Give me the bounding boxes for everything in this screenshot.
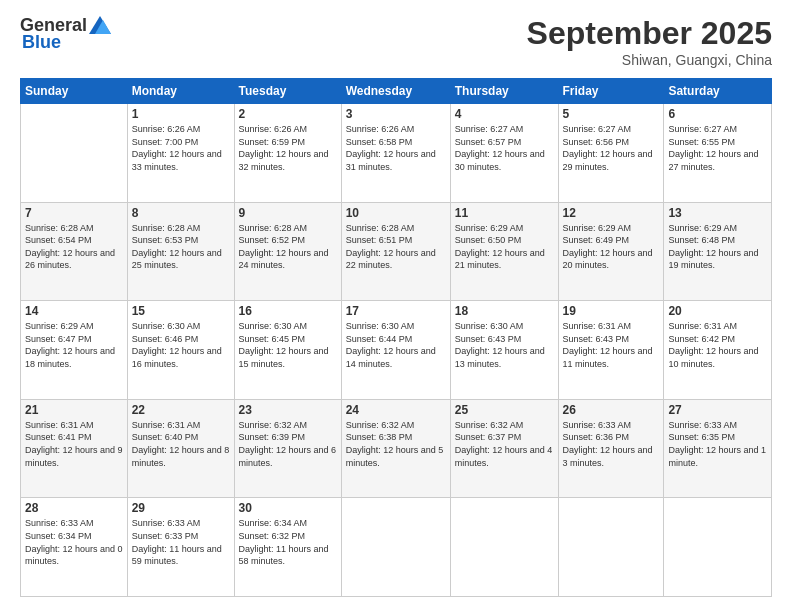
- location: Shiwan, Guangxi, China: [527, 52, 772, 68]
- day-number: 17: [346, 304, 446, 318]
- day-info: Sunrise: 6:30 AM Sunset: 6:45 PM Dayligh…: [239, 320, 337, 370]
- calendar-cell: 17Sunrise: 6:30 AM Sunset: 6:44 PM Dayli…: [341, 301, 450, 400]
- day-info: Sunrise: 6:31 AM Sunset: 6:42 PM Dayligh…: [668, 320, 767, 370]
- calendar-cell: 10Sunrise: 6:28 AM Sunset: 6:51 PM Dayli…: [341, 202, 450, 301]
- day-number: 15: [132, 304, 230, 318]
- day-info: Sunrise: 6:26 AM Sunset: 7:00 PM Dayligh…: [132, 123, 230, 173]
- calendar-cell: 11Sunrise: 6:29 AM Sunset: 6:50 PM Dayli…: [450, 202, 558, 301]
- calendar-cell: [21, 104, 128, 203]
- day-number: 1: [132, 107, 230, 121]
- calendar-week-row: 21Sunrise: 6:31 AM Sunset: 6:41 PM Dayli…: [21, 399, 772, 498]
- day-info: Sunrise: 6:30 AM Sunset: 6:46 PM Dayligh…: [132, 320, 230, 370]
- calendar: SundayMondayTuesdayWednesdayThursdayFrid…: [20, 78, 772, 597]
- calendar-cell: 2Sunrise: 6:26 AM Sunset: 6:59 PM Daylig…: [234, 104, 341, 203]
- day-info: Sunrise: 6:34 AM Sunset: 6:32 PM Dayligh…: [239, 517, 337, 567]
- day-number: 8: [132, 206, 230, 220]
- day-number: 11: [455, 206, 554, 220]
- day-info: Sunrise: 6:28 AM Sunset: 6:52 PM Dayligh…: [239, 222, 337, 272]
- weekday-header: Wednesday: [341, 79, 450, 104]
- day-info: Sunrise: 6:31 AM Sunset: 6:41 PM Dayligh…: [25, 419, 123, 469]
- month-title: September 2025: [527, 15, 772, 52]
- calendar-cell: 20Sunrise: 6:31 AM Sunset: 6:42 PM Dayli…: [664, 301, 772, 400]
- day-number: 22: [132, 403, 230, 417]
- calendar-cell: 3Sunrise: 6:26 AM Sunset: 6:58 PM Daylig…: [341, 104, 450, 203]
- day-info: Sunrise: 6:32 AM Sunset: 6:39 PM Dayligh…: [239, 419, 337, 469]
- calendar-cell: 22Sunrise: 6:31 AM Sunset: 6:40 PM Dayli…: [127, 399, 234, 498]
- calendar-cell: 25Sunrise: 6:32 AM Sunset: 6:37 PM Dayli…: [450, 399, 558, 498]
- day-number: 30: [239, 501, 337, 515]
- header: General Blue September 2025 Shiwan, Guan…: [20, 15, 772, 68]
- day-info: Sunrise: 6:27 AM Sunset: 6:56 PM Dayligh…: [563, 123, 660, 173]
- day-number: 24: [346, 403, 446, 417]
- day-info: Sunrise: 6:30 AM Sunset: 6:44 PM Dayligh…: [346, 320, 446, 370]
- day-number: 16: [239, 304, 337, 318]
- calendar-cell: 27Sunrise: 6:33 AM Sunset: 6:35 PM Dayli…: [664, 399, 772, 498]
- day-number: 13: [668, 206, 767, 220]
- day-info: Sunrise: 6:30 AM Sunset: 6:43 PM Dayligh…: [455, 320, 554, 370]
- day-info: Sunrise: 6:28 AM Sunset: 6:53 PM Dayligh…: [132, 222, 230, 272]
- calendar-cell: 29Sunrise: 6:33 AM Sunset: 6:33 PM Dayli…: [127, 498, 234, 597]
- day-info: Sunrise: 6:28 AM Sunset: 6:51 PM Dayligh…: [346, 222, 446, 272]
- day-number: 26: [563, 403, 660, 417]
- calendar-header-row: SundayMondayTuesdayWednesdayThursdayFrid…: [21, 79, 772, 104]
- page: General Blue September 2025 Shiwan, Guan…: [0, 0, 792, 612]
- day-number: 19: [563, 304, 660, 318]
- logo-icon: [89, 16, 111, 34]
- title-section: September 2025 Shiwan, Guangxi, China: [527, 15, 772, 68]
- day-info: Sunrise: 6:32 AM Sunset: 6:37 PM Dayligh…: [455, 419, 554, 469]
- calendar-cell: 24Sunrise: 6:32 AM Sunset: 6:38 PM Dayli…: [341, 399, 450, 498]
- day-number: 7: [25, 206, 123, 220]
- day-number: 23: [239, 403, 337, 417]
- calendar-cell: 19Sunrise: 6:31 AM Sunset: 6:43 PM Dayli…: [558, 301, 664, 400]
- calendar-cell: [664, 498, 772, 597]
- calendar-cell: 16Sunrise: 6:30 AM Sunset: 6:45 PM Dayli…: [234, 301, 341, 400]
- calendar-cell: 7Sunrise: 6:28 AM Sunset: 6:54 PM Daylig…: [21, 202, 128, 301]
- weekday-header: Friday: [558, 79, 664, 104]
- day-info: Sunrise: 6:29 AM Sunset: 6:49 PM Dayligh…: [563, 222, 660, 272]
- day-info: Sunrise: 6:31 AM Sunset: 6:43 PM Dayligh…: [563, 320, 660, 370]
- day-info: Sunrise: 6:33 AM Sunset: 6:36 PM Dayligh…: [563, 419, 660, 469]
- weekday-header: Sunday: [21, 79, 128, 104]
- day-number: 6: [668, 107, 767, 121]
- calendar-week-row: 1Sunrise: 6:26 AM Sunset: 7:00 PM Daylig…: [21, 104, 772, 203]
- calendar-cell: 18Sunrise: 6:30 AM Sunset: 6:43 PM Dayli…: [450, 301, 558, 400]
- calendar-cell: [450, 498, 558, 597]
- calendar-cell: 5Sunrise: 6:27 AM Sunset: 6:56 PM Daylig…: [558, 104, 664, 203]
- calendar-week-row: 28Sunrise: 6:33 AM Sunset: 6:34 PM Dayli…: [21, 498, 772, 597]
- day-number: 21: [25, 403, 123, 417]
- day-number: 3: [346, 107, 446, 121]
- day-info: Sunrise: 6:32 AM Sunset: 6:38 PM Dayligh…: [346, 419, 446, 469]
- logo: General Blue: [20, 15, 111, 53]
- calendar-cell: 9Sunrise: 6:28 AM Sunset: 6:52 PM Daylig…: [234, 202, 341, 301]
- calendar-week-row: 14Sunrise: 6:29 AM Sunset: 6:47 PM Dayli…: [21, 301, 772, 400]
- calendar-cell: 28Sunrise: 6:33 AM Sunset: 6:34 PM Dayli…: [21, 498, 128, 597]
- day-number: 4: [455, 107, 554, 121]
- day-number: 10: [346, 206, 446, 220]
- weekday-header: Saturday: [664, 79, 772, 104]
- day-number: 12: [563, 206, 660, 220]
- day-info: Sunrise: 6:26 AM Sunset: 6:58 PM Dayligh…: [346, 123, 446, 173]
- day-number: 28: [25, 501, 123, 515]
- day-info: Sunrise: 6:26 AM Sunset: 6:59 PM Dayligh…: [239, 123, 337, 173]
- calendar-cell: 23Sunrise: 6:32 AM Sunset: 6:39 PM Dayli…: [234, 399, 341, 498]
- day-number: 5: [563, 107, 660, 121]
- day-number: 9: [239, 206, 337, 220]
- calendar-cell: 15Sunrise: 6:30 AM Sunset: 6:46 PM Dayli…: [127, 301, 234, 400]
- day-info: Sunrise: 6:33 AM Sunset: 6:34 PM Dayligh…: [25, 517, 123, 567]
- calendar-cell: 6Sunrise: 6:27 AM Sunset: 6:55 PM Daylig…: [664, 104, 772, 203]
- day-info: Sunrise: 6:29 AM Sunset: 6:48 PM Dayligh…: [668, 222, 767, 272]
- day-info: Sunrise: 6:33 AM Sunset: 6:35 PM Dayligh…: [668, 419, 767, 469]
- day-number: 2: [239, 107, 337, 121]
- day-number: 29: [132, 501, 230, 515]
- day-info: Sunrise: 6:31 AM Sunset: 6:40 PM Dayligh…: [132, 419, 230, 469]
- calendar-cell: 4Sunrise: 6:27 AM Sunset: 6:57 PM Daylig…: [450, 104, 558, 203]
- calendar-cell: [341, 498, 450, 597]
- calendar-cell: 1Sunrise: 6:26 AM Sunset: 7:00 PM Daylig…: [127, 104, 234, 203]
- logo-text-blue: Blue: [22, 32, 61, 53]
- calendar-cell: 13Sunrise: 6:29 AM Sunset: 6:48 PM Dayli…: [664, 202, 772, 301]
- calendar-cell: 8Sunrise: 6:28 AM Sunset: 6:53 PM Daylig…: [127, 202, 234, 301]
- weekday-header: Thursday: [450, 79, 558, 104]
- weekday-header: Tuesday: [234, 79, 341, 104]
- day-info: Sunrise: 6:29 AM Sunset: 6:47 PM Dayligh…: [25, 320, 123, 370]
- calendar-cell: 26Sunrise: 6:33 AM Sunset: 6:36 PM Dayli…: [558, 399, 664, 498]
